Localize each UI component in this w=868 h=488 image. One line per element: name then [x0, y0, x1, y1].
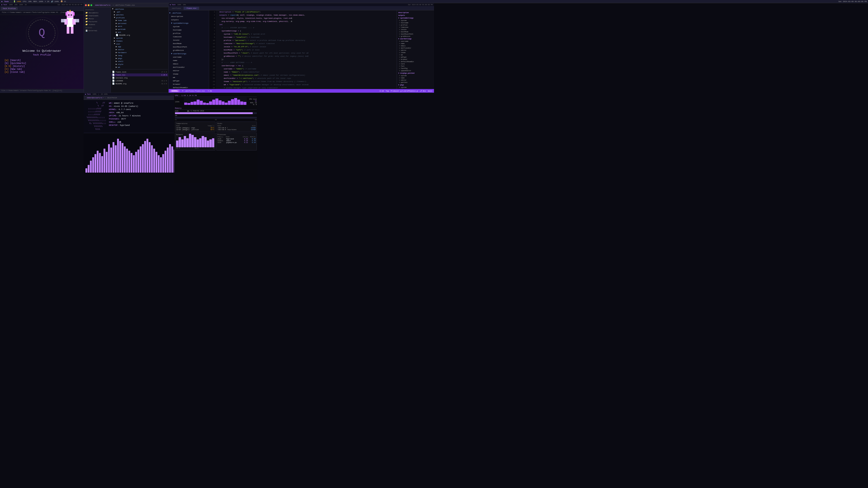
svg-rect-10: [68, 14, 69, 15]
fm-dir-shell[interactable]: ▶ shell: [111, 60, 168, 63]
sym-timezone[interactable]: ⊢ timezone: [397, 26, 434, 29]
nvim-tree-outputs[interactable]: outputs: [168, 18, 209, 22]
nvim-tree-wmType[interactable]: wmType: [168, 79, 209, 83]
fm-file-readme-profiles[interactable]: 📄 README.org: [111, 34, 168, 37]
fm-dir-patches[interactable]: ▶ patches: [111, 13, 168, 16]
nvim-tree-profile[interactable]: profile: [168, 32, 209, 35]
fm-dir-pkgs[interactable]: ▶ pkgs: [111, 57, 168, 60]
fm-sidebar-videos[interactable]: 📁 Videos: [84, 23, 111, 26]
nvim-tree-systemSettings[interactable]: ▼ systemSettings: [168, 22, 209, 25]
browser-link-quickmarks[interactable]: [b] [Quickmarks]: [4, 62, 79, 65]
nvim-tab-dotfiles[interactable]: .dotfiles: [168, 7, 184, 10]
browser-profile: Tech Profile: [33, 54, 51, 56]
nvim-tree-bootMode[interactable]: bootMode: [168, 42, 209, 45]
sym-npp-patches[interactable]: ⊢ patches: [397, 81, 434, 84]
nvim-tree-editor[interactable]: editor: [168, 69, 209, 72]
sym-name[interactable]: ⊢ name: [397, 42, 434, 45]
nvim-code-area[interactable]: 1234567891011121314151617181920212223242…: [209, 10, 397, 89]
fm-sidebar-music[interactable]: 📁 Music: [84, 17, 111, 20]
nvim-tree-timezone[interactable]: timezone: [168, 35, 209, 38]
fm-dir-worklab[interactable]: ▶ worklab: [111, 28, 168, 31]
sym-hostname[interactable]: ⊢ hostname: [397, 22, 434, 24]
sm-temp-box: Temperatures NameTemp(°) card0 (amdgpu):…: [175, 122, 215, 132]
sym-system[interactable]: ⊢ system: [397, 20, 434, 22]
fm-dir-homelab[interactable]: ▶ home lab: [111, 19, 168, 22]
fm-dir-wsl[interactable]: ▶ wsl: [111, 31, 168, 34]
fm-dot-min[interactable]: [88, 4, 90, 6]
nvim-tree-defaultRoamDir[interactable]: defaultRoamDir: [168, 86, 209, 89]
fm-sidebar-downloads[interactable]: 📁 Downloads: [84, 14, 111, 17]
sym-locale[interactable]: ⊢ locale: [397, 29, 434, 31]
browser-link-newtab[interactable]: [t] [New tab]: [4, 68, 79, 71]
sym-spawnEditor[interactable]: ⊢ spawnEditor: [397, 70, 434, 72]
nvim-tree-name[interactable]: name: [168, 59, 209, 62]
fm-file-readme[interactable]: 📄 README.org 32.3 K: [111, 82, 168, 85]
sym-wmType[interactable]: ⊢ wmType: [397, 56, 434, 58]
fm-dir-themes[interactable]: ▶ themes: [111, 39, 168, 42]
nvim-tree-dotfiles[interactable]: ▼ .dotfiles: [168, 11, 209, 15]
fm-dir-app[interactable]: ▶ app: [111, 45, 168, 48]
sym-profile[interactable]: ⊢ profile: [397, 24, 434, 26]
fm-dir-style[interactable]: ▶ style: [111, 63, 168, 66]
nvim-tree-hostname[interactable]: hostname: [168, 28, 209, 32]
fm-dot-max[interactable]: [90, 4, 92, 6]
fm-dir-profiles[interactable]: ▼ profiles: [111, 16, 168, 19]
nvim-tree-grubDevice[interactable]: grubDevice: [168, 48, 209, 52]
nvim-tree-browser[interactable]: browser: [168, 83, 209, 86]
sym-fontPkg[interactable]: ⊢ fontPkg: [397, 67, 434, 70]
sym-pkgs-system[interactable]: ⊢ system: [397, 86, 434, 89]
fm-file-flakenix[interactable]: 📄 flake.nix 2.26 K: [111, 73, 168, 76]
browser-link-close[interactable]: [x] [Close tab]: [4, 71, 79, 74]
nvim-lines[interactable]: description = "Flake of LibrePhoenix"; o…: [216, 10, 397, 89]
nvim-tree-username[interactable]: username: [168, 55, 209, 59]
fm-dir-user[interactable]: ▼ user: [111, 42, 168, 45]
sym-npp-editor[interactable]: ⊢ editor: [397, 79, 434, 81]
fm-sidebar-pictures[interactable]: 📁 Pictures: [84, 20, 111, 23]
nvim-tree-bootMountPath[interactable]: bootMountPath: [168, 45, 209, 48]
sym-npp-name[interactable]: ⊢ name: [397, 77, 434, 79]
sym-npp-system[interactable]: ⊢ system: [397, 74, 434, 77]
fm-dir-wm[interactable]: ▶ wm: [111, 66, 168, 69]
sym-bootMountPath[interactable]: ⊢ bootMountPath: [397, 33, 434, 35]
fm-dir-system[interactable]: ▶ system: [111, 37, 168, 39]
sym-font[interactable]: ⊢ font: [397, 65, 434, 67]
nvim-tree-system[interactable]: system: [168, 25, 209, 28]
code-line-23: name = "Emmet"; # name/identifier: [217, 70, 395, 74]
nvim-tree-theme[interactable]: theme: [168, 72, 209, 76]
fm-sidebar-documents[interactable]: 📁 Documents: [84, 11, 111, 14]
fm-dir-lang[interactable]: ▶ lang: [111, 54, 168, 57]
fm-file-installorh[interactable]: 📄 install.org: [111, 76, 168, 79]
nvim-tree-locale[interactable]: locale: [168, 38, 209, 42]
dir-icon: ▶: [112, 19, 117, 22]
browser-link-history[interactable]: [S h] [History]: [4, 65, 79, 68]
fm-dir-dotfiles[interactable]: ▼ .dotfiles: [111, 8, 168, 10]
fm-dir-hardware[interactable]: ▶ hardware: [111, 51, 168, 54]
sym-editor[interactable]: ⊢ editor: [397, 49, 434, 52]
fm-dir-editor[interactable]: ▶ editor: [111, 48, 168, 51]
sym-defaultRoamDir[interactable]: ⊢ defaultRoamDir: [397, 61, 434, 63]
fm-dir-git[interactable]: ▶ .git: [111, 10, 168, 13]
sym-wm[interactable]: ⊢ wm: [397, 54, 434, 56]
browser-tab-tech[interactable]: Tech Profile: [1, 7, 18, 10]
fm-dir-personal[interactable]: ▶ personal: [111, 22, 168, 25]
nvim-tree-wm[interactable]: wm: [168, 76, 209, 79]
sym-bootMode[interactable]: ⊢ bootMode: [397, 31, 434, 33]
fm-dot-close[interactable]: [85, 4, 87, 6]
nvim-tab-flakenix[interactable]: flake.nix: [184, 7, 199, 10]
fm-sidebar-external[interactable]: 💾 External: [84, 29, 111, 32]
nvim-tree-email[interactable]: email: [168, 62, 209, 66]
nvim-tree-userSettings[interactable]: ▼ userSettings: [168, 52, 209, 55]
fm-file-license[interactable]: 📄 LICENSE 34.2 K: [111, 79, 168, 82]
sym-term[interactable]: ⊢ term: [397, 63, 434, 65]
sym-theme[interactable]: ⊢ theme: [397, 52, 434, 54]
sym-dotfilesDir[interactable]: ⊢ dotfilesDir: [397, 47, 434, 49]
nvim-tree-dotfilesDir[interactable]: dotfilesDir: [168, 66, 209, 69]
browser-link-search[interactable]: [o] [Search]: [4, 59, 79, 62]
nvim-tree-description[interactable]: description: [168, 15, 209, 18]
sym-grubDevice[interactable]: ⊢ grubDevice: [397, 35, 434, 37]
fm-dir-work[interactable]: ▶ work: [111, 25, 168, 28]
sym-browser[interactable]: ⊢ browser: [397, 58, 434, 61]
fm-file-flakelock[interactable]: 📄 flake.lock 27.5 K: [111, 70, 168, 73]
sym-username[interactable]: ⊢ username: [397, 40, 434, 42]
sym-email[interactable]: ⊢ email: [397, 45, 434, 47]
